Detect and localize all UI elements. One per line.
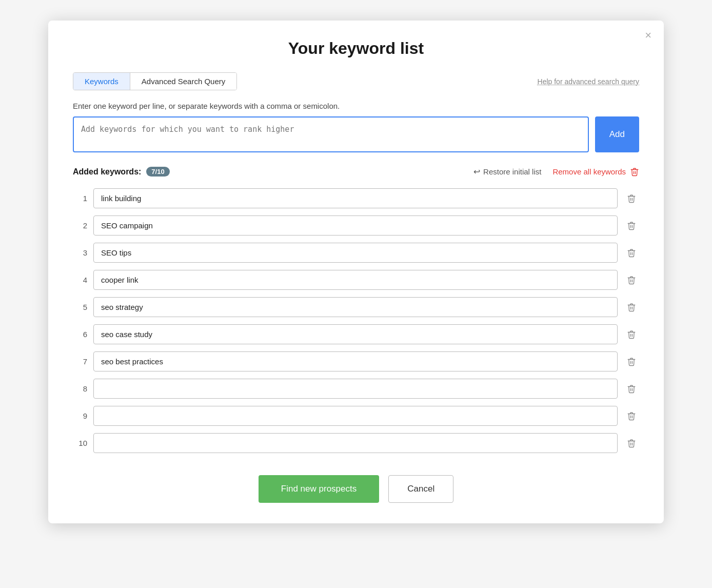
trash-icon (627, 221, 636, 230)
keyword-field[interactable] (93, 188, 618, 208)
row-number: 8 (73, 384, 87, 393)
delete-keyword-button[interactable] (624, 218, 639, 233)
keyword-field[interactable] (93, 324, 618, 344)
keyword-field[interactable] (93, 243, 618, 263)
row-number: 9 (73, 411, 87, 420)
row-number: 10 (73, 439, 87, 447)
add-button[interactable]: Add (595, 116, 639, 152)
keyword-field[interactable] (93, 297, 618, 317)
tab-advanced-search[interactable]: Advanced Search Query (130, 73, 236, 90)
tab-group: Keywords Advanced Search Query (73, 72, 237, 90)
remove-all-button[interactable]: Remove all keywords (552, 167, 639, 177)
page-title: Your keyword list (73, 39, 639, 58)
keyword-row: 2 (73, 212, 639, 239)
keyword-field[interactable] (93, 215, 618, 236)
keyword-field[interactable] (93, 270, 618, 290)
trash-icon (627, 303, 636, 312)
keyword-row: 10 (73, 429, 639, 457)
trash-icon (627, 330, 636, 339)
keyword-field[interactable] (93, 351, 618, 371)
instruction-text: Enter one keyword per line, or separate … (73, 102, 639, 110)
delete-keyword-button[interactable] (624, 191, 639, 206)
trash-icon (627, 248, 636, 258)
keyword-row: 1 (73, 185, 639, 212)
row-number: 4 (73, 276, 87, 284)
trash-icon (627, 194, 636, 203)
delete-keyword-button[interactable] (624, 381, 639, 396)
delete-keyword-button[interactable] (624, 300, 639, 315)
trash-icon (627, 357, 636, 366)
keyword-row: 8 (73, 375, 639, 402)
delete-keyword-button[interactable] (624, 436, 639, 450)
keyword-list: 1 2 3 4 5 6 7 (73, 185, 639, 457)
keyword-input[interactable] (73, 116, 589, 152)
tabs-row: Keywords Advanced Search Query Help for … (73, 72, 639, 90)
keyword-count-badge: 7/10 (146, 167, 169, 177)
row-number: 3 (73, 248, 87, 257)
row-number: 5 (73, 303, 87, 311)
keywords-header: Added keywords: 7/10 ↩ Restore initial l… (73, 167, 639, 177)
delete-keyword-button[interactable] (624, 408, 639, 423)
keyword-field[interactable] (93, 406, 618, 426)
row-number: 1 (73, 194, 87, 203)
keyword-field[interactable] (93, 379, 618, 399)
keyword-row: 7 (73, 348, 639, 375)
footer-actions: Find new prospects Cancel (73, 475, 639, 503)
keyword-list-modal: × Your keyword list Keywords Advanced Se… (48, 21, 664, 523)
added-keywords-text: Added keywords: (73, 167, 141, 177)
restore-icon: ↩ (473, 167, 480, 177)
find-prospects-button[interactable]: Find new prospects (259, 475, 379, 503)
tab-keywords[interactable]: Keywords (73, 73, 130, 90)
remove-all-label: Remove all keywords (552, 167, 626, 176)
help-link[interactable]: Help for advanced search query (538, 77, 639, 86)
cancel-button[interactable]: Cancel (388, 475, 453, 503)
restore-label: Restore initial list (483, 167, 541, 176)
row-number: 2 (73, 221, 87, 230)
keyword-field[interactable] (93, 433, 618, 453)
trash-icon (627, 276, 636, 285)
delete-keyword-button[interactable] (624, 354, 639, 369)
header-actions: ↩ Restore initial list Remove all keywor… (473, 167, 639, 177)
delete-keyword-button[interactable] (624, 327, 639, 342)
keyword-row: 9 (73, 402, 639, 429)
row-number: 7 (73, 357, 87, 366)
row-number: 6 (73, 330, 87, 339)
keyword-row: 6 (73, 321, 639, 348)
trash-icon (627, 384, 636, 394)
keywords-label: Added keywords: 7/10 (73, 167, 170, 177)
delete-keyword-button[interactable] (624, 272, 639, 287)
trash-icon (627, 411, 636, 421)
trash-icon-red (630, 167, 639, 177)
restore-button[interactable]: ↩ Restore initial list (473, 167, 541, 177)
keyword-row: 3 (73, 239, 639, 266)
trash-icon (627, 439, 636, 448)
add-keyword-row: Add (73, 116, 639, 152)
close-button[interactable]: × (645, 30, 651, 41)
keyword-row: 5 (73, 293, 639, 321)
keyword-row: 4 (73, 266, 639, 293)
delete-keyword-button[interactable] (624, 245, 639, 260)
